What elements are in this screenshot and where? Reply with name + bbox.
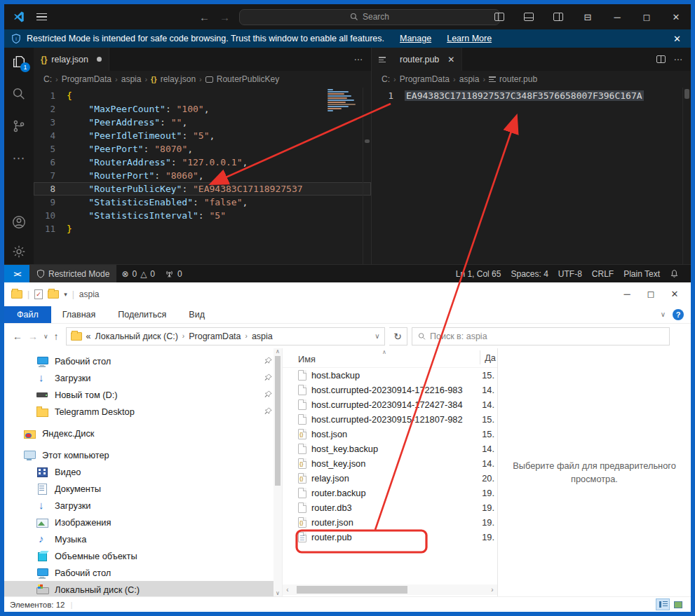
code-line[interactable]: 6 "RouterAddress": "127.0.0.1",	[34, 156, 371, 169]
file-row-router-pub[interactable]: router.pub19.	[283, 530, 497, 545]
code-line[interactable]: 4 "PeerIdleTimeout": "5",	[34, 129, 371, 142]
breadcrumb-item[interactable]: RouterPublicKey	[217, 74, 279, 84]
close-button[interactable]: ✕	[663, 282, 687, 306]
notifications-bell-icon[interactable]	[665, 269, 684, 278]
up-icon[interactable]: ↑	[54, 331, 59, 342]
sidebar-item-telegramm-desktop[interactable]: Telegramm Desktop	[4, 403, 282, 420]
tab-router-pub[interactable]: router.pub ✕	[372, 48, 462, 71]
file-row-router-backup[interactable]: router.backup19.	[283, 486, 497, 500]
sidebar-item-загрузки[interactable]: Загрузки	[4, 369, 282, 386]
sidebar-item-рабочий-стол[interactable]: Рабочий стол	[4, 353, 282, 369]
scrollbar-thumb[interactable]	[297, 586, 407, 594]
file-row-host-json[interactable]: host.json15.	[283, 427, 497, 442]
toggle-primary-sidebar-icon[interactable]	[485, 4, 514, 29]
minimize-button[interactable]: ─	[615, 282, 639, 306]
explorer-search[interactable]	[412, 327, 670, 345]
column-date[interactable]: Да	[480, 350, 496, 364]
accounts-icon[interactable]	[11, 214, 27, 231]
minimap[interactable]	[328, 89, 360, 117]
breadcrumb-item[interactable]: router.pub	[499, 74, 537, 84]
sidebar-item-видео[interactable]: Видео	[4, 463, 282, 480]
nav-back-icon[interactable]: ←	[199, 11, 210, 23]
scroll-right-icon[interactable]: ›	[487, 586, 497, 594]
close-button[interactable]: ✕	[661, 4, 691, 29]
editor-router-pub[interactable]: 1 EA94383C17118927537C348F3576658007F396…	[372, 88, 691, 264]
toggle-secondary-sidebar-icon[interactable]	[544, 4, 573, 29]
refresh-icon[interactable]: ↻	[389, 327, 407, 345]
minimize-button[interactable]: ─	[602, 4, 632, 29]
forward-icon[interactable]: →	[28, 331, 38, 342]
qat-dropdown-icon[interactable]: ▾	[64, 291, 67, 298]
breadcrumb-item[interactable]: ProgramData	[400, 74, 450, 84]
new-folder-icon[interactable]	[48, 290, 59, 299]
tab-close-icon[interactable]: ✕	[447, 55, 454, 64]
breadcrumb-item[interactable]: C:	[382, 74, 390, 84]
address-crumb[interactable]: ProgramData	[189, 331, 241, 341]
file-row-host-currupted-20230914-172427-384[interactable]: host.currupted-20230914-172427-38414.	[283, 397, 497, 412]
breadcrumb-item[interactable]: ProgramData	[62, 74, 112, 84]
breadcrumbs-left[interactable]: C:›ProgramData›aspia›{}relay.json›Router…	[34, 71, 371, 88]
search-activity-icon[interactable]	[11, 85, 27, 102]
banner-learn-more-link[interactable]: Learn More	[447, 34, 492, 43]
remote-indicator[interactable]: ><	[4, 265, 29, 282]
command-center-search[interactable]: Search	[239, 9, 500, 25]
help-icon[interactable]: ?	[673, 309, 684, 320]
status-problems[interactable]: ⊗0 △0	[116, 265, 160, 282]
ribbon-tab-2[interactable]: Поделиться	[107, 307, 177, 322]
code-line[interactable]: 2 "MaxPeerCount": "100",	[34, 102, 371, 116]
file-row-host-backup[interactable]: host.backup15.	[283, 368, 497, 383]
collapsed-crumb-icon[interactable]: «	[86, 331, 91, 341]
ribbon-tab-3[interactable]: Вид	[177, 307, 216, 322]
status-indentation[interactable]: Spaces: 4	[506, 269, 553, 279]
code-line[interactable]: 8 "RouterPublicKey": "EA94383C1711892753…	[34, 182, 371, 196]
status-ports[interactable]: 0	[160, 265, 187, 282]
explorer-activity-icon[interactable]: 1	[11, 53, 27, 70]
file-row-relay-json[interactable]: relay.json20.	[283, 471, 497, 486]
scrollbar-thumb[interactable]	[275, 356, 281, 486]
editor-scrollbar[interactable]	[363, 88, 371, 264]
ribbon-tab-file[interactable]: Файл	[4, 306, 51, 323]
customize-layout-icon[interactable]: ⊟	[573, 4, 602, 29]
code-line[interactable]: 10 "StatisticsInterval": "5"	[34, 209, 371, 222]
sidebar-item-музыка[interactable]: Музыка	[4, 531, 282, 547]
file-row-host-currupted-20230915-121807-982[interactable]: host.currupted-20230915-121807-98215.	[283, 412, 497, 427]
menu-icon[interactable]	[36, 13, 47, 21]
editor-relay-json[interactable]: 1{2 "MaxPeerCount": "100",3 "PeerAddress…	[34, 88, 371, 264]
sidebar-item-новый-том-d-[interactable]: Новый том (D:)	[4, 386, 282, 403]
code-line[interactable]: 11}	[34, 222, 371, 235]
properties-icon[interactable]	[34, 289, 43, 299]
code-line[interactable]: 3 "PeerAddress": "",	[34, 116, 371, 129]
scroll-down-icon[interactable]: ∨	[276, 590, 280, 596]
sidebar-item-локальный-диск-c-[interactable]: Локальный диск (C:)	[4, 581, 282, 596]
breadcrumb-item[interactable]: C:	[43, 74, 52, 84]
maximize-button[interactable]: ◻	[632, 4, 661, 29]
code-line[interactable]: 1 EA94383C17118927537C348F3576658007F396…	[372, 89, 691, 102]
status-language-mode[interactable]: Plain Text	[619, 269, 665, 279]
file-row-host-key-backup[interactable]: host_key.backup14.	[283, 442, 497, 456]
ribbon-collapse-icon[interactable]: ∨	[661, 310, 666, 318]
more-views-icon[interactable]: ⋯	[11, 150, 27, 167]
tab-relay-json[interactable]: {} relay.json	[34, 48, 109, 71]
code-line[interactable]: 9 "StatisticsEnabled": "false",	[34, 196, 371, 209]
sidebar-item-документы[interactable]: Документы	[4, 480, 282, 497]
modified-dot-icon[interactable]	[97, 57, 102, 62]
sidebar-scrollbar[interactable]: ∧ ∨	[274, 348, 282, 596]
banner-manage-link[interactable]: Manage	[400, 34, 431, 43]
address-crumb[interactable]: Локальный диск (C:)	[95, 331, 178, 341]
back-icon[interactable]: ←	[13, 331, 22, 342]
scroll-up-icon[interactable]: ∧	[276, 348, 280, 355]
breadcrumb-item[interactable]: aspia	[459, 74, 480, 84]
settings-gear-icon[interactable]	[11, 243, 27, 260]
code-line[interactable]: 5 "PeerPort": "8070",	[34, 142, 371, 156]
breadcrumbs-right[interactable]: C:›ProgramData›aspia›router.pub	[372, 71, 691, 88]
column-name[interactable]: Имя	[283, 354, 316, 364]
horizontal-scrollbar[interactable]: ‹ ›	[283, 584, 497, 595]
code-line[interactable]: 7 "RouterPort": "8060",	[34, 169, 371, 182]
recent-locations-icon[interactable]: ∨	[43, 333, 48, 340]
large-icons-view-button[interactable]	[671, 598, 685, 610]
status-cursor-position[interactable]: Ln 1, Col 65	[451, 269, 506, 279]
ribbon-tab-1[interactable]: Главная	[51, 307, 107, 322]
scroll-left-icon[interactable]: ‹	[283, 586, 292, 594]
file-row-router-db3[interactable]: router.db319.	[283, 500, 497, 515]
status-restricted-mode[interactable]: Restricted Mode	[29, 265, 116, 282]
